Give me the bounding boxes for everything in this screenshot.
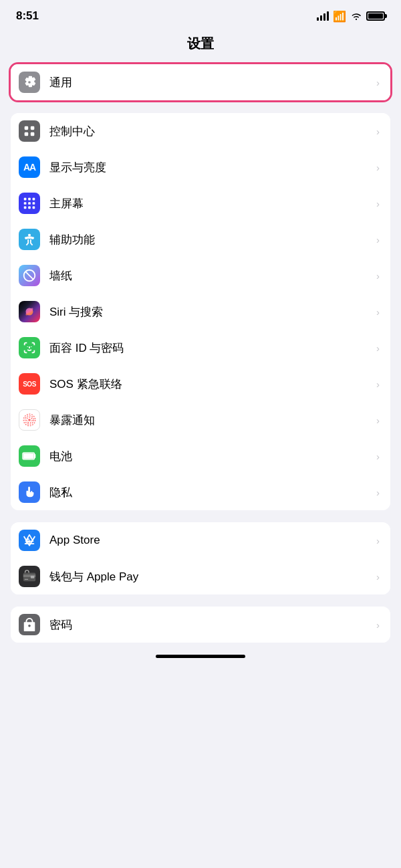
svg-rect-12 xyxy=(33,207,35,209)
privacy-icon xyxy=(19,481,40,503)
display-icon: AA xyxy=(19,156,40,178)
svg-point-18 xyxy=(28,419,31,421)
page-title: 设置 xyxy=(0,28,401,62)
settings-item-appstore[interactable]: A App Store › xyxy=(11,522,390,558)
settings-item-battery[interactable]: 电池 › xyxy=(11,438,390,474)
settings-item-wallet[interactable]: 钱包与 Apple Pay › xyxy=(11,558,390,594)
svg-rect-10 xyxy=(24,207,27,209)
status-time: 8:51 xyxy=(16,9,39,23)
sos-icon: SOS xyxy=(19,373,40,395)
wallpaper-icon xyxy=(19,265,40,286)
accessibility-label: 辅助功能 xyxy=(49,232,376,247)
control-center-icon xyxy=(19,120,40,142)
wallet-label: 钱包与 Apple Pay xyxy=(49,569,376,584)
signal-icon xyxy=(317,11,329,21)
sos-label: SOS 紧急联络 xyxy=(49,376,376,392)
siri-label: Siri 与搜索 xyxy=(49,304,376,320)
wifi-icon: 📶 xyxy=(333,10,346,23)
home-indicator xyxy=(156,655,245,658)
svg-rect-9 xyxy=(33,202,35,205)
exposure-label: 暴露通知 xyxy=(49,413,376,428)
svg-rect-7 xyxy=(24,202,27,205)
passwords-label: 密码 xyxy=(49,617,376,633)
wifi-icon xyxy=(350,11,362,21)
exposure-icon xyxy=(19,409,40,431)
svg-rect-8 xyxy=(28,202,31,205)
section-password-group: 密码 › xyxy=(11,607,390,643)
svg-rect-1 xyxy=(31,126,35,130)
svg-point-14 xyxy=(28,234,31,237)
general-icon xyxy=(19,72,40,93)
settings-item-passwords[interactable]: 密码 › xyxy=(11,607,390,643)
status-icons: 📶 xyxy=(317,10,385,23)
settings-item-faceid[interactable]: 面容 ID 与密码 › xyxy=(11,330,390,366)
svg-rect-24 xyxy=(23,453,31,459)
passwords-icon xyxy=(19,614,40,635)
settings-item-home-screen[interactable]: 主屏幕 › xyxy=(11,185,390,221)
svg-rect-3 xyxy=(31,132,35,136)
faceid-icon xyxy=(19,337,40,358)
control-center-label: 控制中心 xyxy=(49,124,376,139)
general-chevron: › xyxy=(376,77,380,88)
general-label: 通用 xyxy=(49,75,376,90)
settings-item-privacy[interactable]: 隐私 › xyxy=(11,474,390,510)
settings-item-exposure[interactable]: 暴露通知 › xyxy=(11,402,390,438)
settings-item-siri[interactable]: Siri 与搜索 › xyxy=(11,294,390,330)
status-bar: 8:51 📶 xyxy=(0,0,401,28)
svg-rect-11 xyxy=(28,207,31,209)
faceid-label: 面容 ID 与密码 xyxy=(49,340,376,356)
settings-item-sos[interactable]: SOS SOS 紧急联络 › xyxy=(11,366,390,402)
battery-settings-icon xyxy=(19,445,40,467)
svg-rect-0 xyxy=(25,126,29,130)
svg-text:A: A xyxy=(25,536,31,546)
settings-item-wallpaper[interactable]: 墙纸 › xyxy=(11,257,390,294)
display-label: 显示与亮度 xyxy=(49,160,376,175)
wallpaper-label: 墙纸 xyxy=(49,268,376,284)
settings-item-display[interactable]: AA 显示与亮度 › xyxy=(11,149,390,185)
home-screen-icon xyxy=(19,193,40,214)
svg-rect-29 xyxy=(25,579,29,580)
appstore-icon: A xyxy=(19,530,40,551)
svg-rect-28 xyxy=(31,576,35,578)
section-general: 通用 › xyxy=(9,62,392,102)
battery-label: 电池 xyxy=(49,449,376,464)
siri-icon xyxy=(19,301,40,322)
privacy-label: 隐私 xyxy=(49,485,376,500)
settings-item-control-center[interactable]: 控制中心 › xyxy=(11,113,390,149)
settings-item-general[interactable]: 通用 › xyxy=(11,64,390,100)
settings-item-accessibility[interactable]: 辅助功能 › xyxy=(11,221,390,257)
svg-rect-4 xyxy=(24,198,27,201)
battery-icon xyxy=(366,11,385,21)
svg-rect-5 xyxy=(28,198,31,201)
section-store-group: A App Store › 钱包与 Apple Pay › xyxy=(11,522,390,594)
home-screen-label: 主屏幕 xyxy=(49,196,376,211)
appstore-label: App Store xyxy=(49,534,376,547)
section-display-group: 控制中心 › AA 显示与亮度 › 主屏幕 › xyxy=(11,113,390,510)
svg-rect-6 xyxy=(33,198,35,201)
accessibility-icon xyxy=(19,229,40,250)
wallet-icon xyxy=(19,566,40,587)
svg-rect-2 xyxy=(25,132,29,136)
